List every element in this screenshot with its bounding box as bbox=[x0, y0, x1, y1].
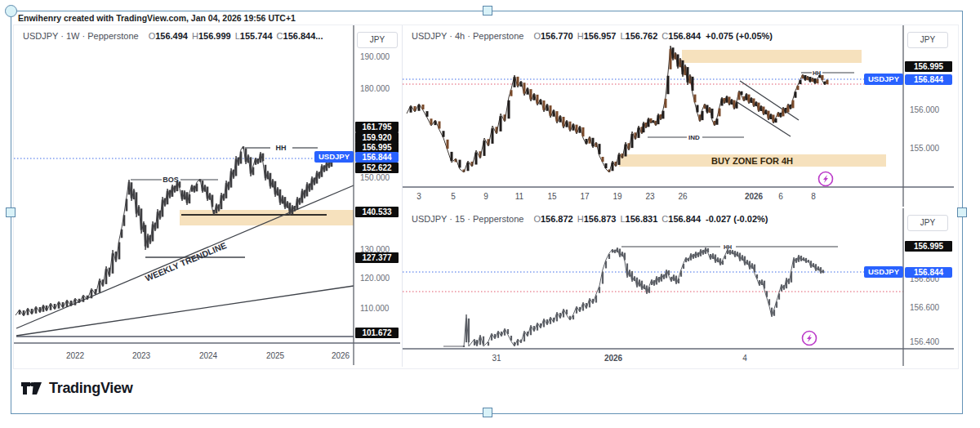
price-level-label: 152.622 bbox=[355, 163, 399, 173]
current-price-label: 156.844 bbox=[905, 74, 952, 85]
weekly-chart-canvas[interactable]: BOSHHWEEKLY TRENDLINE2022202320242025202… bbox=[14, 25, 400, 365]
lightning-icon[interactable] bbox=[819, 172, 833, 186]
annotation-text[interactable]: HH bbox=[724, 244, 732, 250]
price-level-label: 159.920 bbox=[355, 132, 399, 143]
tradingview-logo-text: TradingView bbox=[49, 380, 132, 397]
4h-chart-canvas[interactable]: INDHHBUY ZONE FOR 4H35911151719232620266… bbox=[403, 25, 954, 207]
candlesticks bbox=[16, 146, 345, 316]
price-level-label: 127.377 bbox=[355, 252, 399, 263]
currency-axis-button[interactable]: JPY bbox=[357, 32, 398, 48]
price-level-label: 156.995 bbox=[355, 142, 399, 153]
time-tick-label: 15 bbox=[547, 192, 557, 201]
legend-title[interactable]: USDJPY · 4h · Pepperstone bbox=[412, 31, 523, 41]
price-tick-label: 156.000 bbox=[905, 105, 952, 115]
symbol-price-tag: USDJPY bbox=[864, 74, 903, 85]
annotation-text[interactable]: WEEKLY TRENDLINE bbox=[144, 240, 228, 283]
ohlc-value: 156.762 bbox=[626, 31, 658, 41]
candlesticks bbox=[443, 247, 824, 347]
time-tick-label: 31 bbox=[492, 354, 501, 363]
ohlc-key: C bbox=[277, 31, 283, 41]
ohlc-value: 156.957 bbox=[584, 31, 617, 41]
drawing-line[interactable] bbox=[16, 286, 354, 336]
highlight-zone[interactable] bbox=[180, 210, 354, 225]
price-tick-label: 155.000 bbox=[905, 143, 952, 154]
time-tick-label: 23 bbox=[645, 192, 655, 201]
price-level-label: 101.672 bbox=[355, 328, 399, 338]
time-tick-label: 6 bbox=[778, 192, 783, 201]
ohlc-value: 156.844... bbox=[283, 31, 323, 41]
ohlc-value: 156.872 bbox=[541, 214, 573, 224]
time-tick-label: 2024 bbox=[199, 351, 218, 360]
panel-15m-chart: HH3120264 USDJPY · 15 · PepperstoneO156.… bbox=[403, 208, 956, 367]
price-tick-label: 190.000 bbox=[355, 51, 399, 62]
currency-axis-button[interactable]: JPY bbox=[907, 32, 948, 48]
selection-handle-bottom[interactable] bbox=[483, 408, 492, 417]
chart-legend[interactable]: USDJPY · 15 · PepperstoneO156.872H156.87… bbox=[412, 214, 768, 224]
ohlc-value: 156.770 bbox=[541, 31, 573, 41]
annotation-text[interactable]: HH bbox=[813, 70, 821, 76]
ohlc-key: O bbox=[533, 214, 541, 224]
ohlc-value: 156.999 bbox=[198, 31, 231, 41]
annotation-text[interactable]: HH bbox=[276, 144, 287, 152]
price-level-label: 140.533 bbox=[355, 207, 399, 217]
price-scale[interactable]: 156.000155.000156.995156.844 bbox=[904, 25, 955, 208]
lightning-icon[interactable] bbox=[803, 332, 817, 346]
price-tick-label: 156.400 bbox=[905, 337, 952, 347]
time-tick-label: 2025 bbox=[266, 351, 285, 360]
time-tick-label: 5 bbox=[451, 192, 456, 201]
ohlc-key: H bbox=[577, 214, 584, 224]
tradingview-screenshot: Enwihenry created with TradingView.com, … bbox=[0, 0, 980, 428]
annotation-text[interactable]: BOS bbox=[163, 176, 179, 184]
legend-title[interactable]: USDJPY · 1W · Pepperstone bbox=[23, 31, 139, 41]
ohlc-value: 156.494 bbox=[155, 31, 188, 41]
time-tick-label: 9 bbox=[483, 192, 488, 201]
price-level-label: 161.795 bbox=[355, 122, 399, 132]
price-tick-label: 150.000 bbox=[355, 172, 399, 183]
time-tick-label: 8 bbox=[811, 192, 816, 201]
selection-handle-right[interactable] bbox=[957, 207, 967, 217]
symbol-price-tag: USDJPY bbox=[314, 151, 354, 163]
ohlc-value: 156.873 bbox=[584, 214, 617, 224]
current-price-label: 156.844 bbox=[355, 152, 399, 163]
price-scale[interactable]: 156.800156.600156.400156.995156.844 bbox=[904, 208, 955, 367]
ohlc-value: 156.844 bbox=[668, 214, 701, 224]
time-tick-label: 19 bbox=[612, 192, 622, 201]
tradingview-logo-icon bbox=[20, 380, 42, 397]
selection-handle-left[interactable] bbox=[6, 207, 16, 217]
ohlc-key: O bbox=[533, 31, 541, 41]
ohlc-value: 156.831 bbox=[626, 214, 658, 224]
price-level-label: 156.995 bbox=[905, 241, 952, 252]
price-tick-label: 120.000 bbox=[355, 273, 399, 283]
annotation-text[interactable]: IND bbox=[688, 134, 700, 141]
15m-chart-canvas[interactable]: HH3120264 bbox=[403, 208, 954, 366]
price-tick-label: 180.000 bbox=[355, 83, 399, 94]
time-tick-label: 2022 bbox=[66, 351, 85, 360]
ohlc-key: H bbox=[192, 31, 198, 41]
candlesticks bbox=[407, 46, 829, 172]
ohlc-key: O bbox=[149, 31, 156, 41]
time-tick-label: 3 bbox=[416, 192, 421, 201]
time-tick-label: 4 bbox=[742, 354, 747, 363]
ohlc-key: H bbox=[577, 31, 584, 41]
symbol-price-tag: USDJPY bbox=[864, 266, 903, 278]
legend-change: -0.027 (-0.02%) bbox=[706, 214, 768, 224]
selection-handle-top-left[interactable] bbox=[5, 5, 17, 17]
highlight-zone[interactable] bbox=[682, 50, 862, 63]
legend-change: +0.075 (+0.05%) bbox=[706, 31, 773, 41]
chart-legend[interactable]: USDJPY · 4h · PepperstoneO156.770H156.95… bbox=[412, 31, 773, 41]
time-tick-label: 2026 bbox=[604, 354, 623, 363]
time-tick-label: 2026 bbox=[745, 192, 764, 201]
annotation-text[interactable]: BUY ZONE FOR 4H bbox=[711, 156, 793, 166]
price-scale[interactable]: 190.000180.000150.000130.000120.000110.0… bbox=[354, 25, 401, 367]
current-price-label: 156.844 bbox=[905, 267, 952, 278]
time-tick-label: 2026 bbox=[332, 351, 350, 360]
panel-weekly-chart: BOSHHWEEKLY TRENDLINE2022202320242025202… bbox=[14, 25, 403, 367]
currency-axis-button[interactable]: JPY bbox=[907, 215, 948, 231]
legend-title[interactable]: USDJPY · 15 · Pepperstone bbox=[412, 214, 523, 224]
attribution-note: Enwihenry created with TradingView.com, … bbox=[18, 13, 296, 23]
tradingview-logo[interactable]: TradingView bbox=[20, 380, 132, 397]
time-tick-label: 2023 bbox=[132, 351, 151, 360]
drawing-line[interactable] bbox=[736, 101, 791, 136]
selection-handle-top[interactable] bbox=[483, 6, 492, 16]
chart-legend[interactable]: USDJPY · 1W · PepperstoneO156.494H156.99… bbox=[23, 31, 323, 41]
